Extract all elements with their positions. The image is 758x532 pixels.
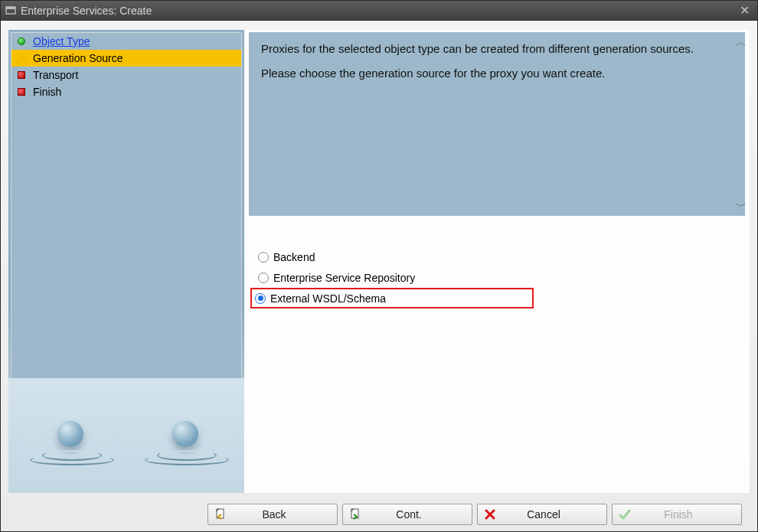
cancel-icon [484,508,496,521]
body-area: Object Type Generation Source Transport … [1,21,757,531]
radio-icon[interactable] [258,252,269,263]
wizard-step-transport[interactable]: Transport [11,67,241,83]
decorative-water-graphic [8,378,244,493]
wizard-step-label: Transport [33,69,78,81]
wizard-sidebar: Object Type Generation Source Transport … [8,30,244,493]
button-label: Cancel [499,508,600,521]
option-backend[interactable]: Backend [253,246,750,267]
wizard-step-label: Generation Source [33,52,123,64]
back-button[interactable]: Back [207,504,338,525]
button-label: Cont. [364,508,466,521]
status-pending-icon [16,86,27,97]
wizard-step-label[interactable]: Object Type [33,35,90,47]
radio-icon[interactable] [255,293,266,304]
button-label: Finish [634,508,735,521]
wizard-step-finish[interactable]: Finish [11,83,241,100]
page-back-icon [214,508,227,521]
generation-source-options: Backend Enterprise Service Repository Ex… [253,246,750,308]
app-icon [5,5,16,16]
content-area: Object Type Generation Source Transport … [8,30,750,493]
finish-check-icon [619,508,631,521]
option-label: Enterprise Service Repository [273,272,415,284]
wizard-step-object-type[interactable]: Object Type [11,33,241,50]
option-external-wsdl[interactable]: External WSDL/Schema [250,288,534,308]
scroll-up-icon[interactable]: ︿ [736,37,747,47]
info-box: Proxies for the selected object type can… [249,32,745,216]
radio-icon[interactable] [258,273,269,283]
info-text-line1: Proxies for the selected object type can… [261,41,733,57]
titlebar: Enterprise Services: Create ✕ [1,1,757,21]
status-pending-icon [16,70,27,80]
option-label: External WSDL/Schema [270,292,386,305]
window-title: Enterprise Services: Create [21,5,152,17]
wizard-step-generation-source[interactable]: Generation Source [11,50,241,67]
page-next-icon [349,508,361,521]
continue-button[interactable]: Cont. [342,504,472,525]
wizard-step-label: Finish [33,86,61,98]
cancel-button[interactable]: Cancel [477,504,607,525]
option-label: Backend [273,251,315,263]
svg-rect-1 [6,7,15,9]
button-bar: Back Cont. Cancel Finish [1,504,757,525]
close-icon[interactable]: ✕ [737,3,753,18]
dialog-window: Enterprise Services: Create ✕ Object Typ… [0,0,758,532]
status-current-icon [16,53,27,64]
info-scroll-indicator: ︿ ﹀ [736,37,747,211]
button-label: Back [230,508,331,521]
scroll-down-icon[interactable]: ﹀ [736,201,747,211]
option-esr[interactable]: Enterprise Service Repository [253,267,750,288]
wizard-steps-box: Object Type Generation Source Transport … [11,32,242,392]
info-text-line2: Please choose the generation source for … [261,66,733,81]
status-complete-icon [16,36,27,47]
main-panel: Proxies for the selected object type can… [244,30,750,493]
finish-button: Finish [612,504,742,525]
